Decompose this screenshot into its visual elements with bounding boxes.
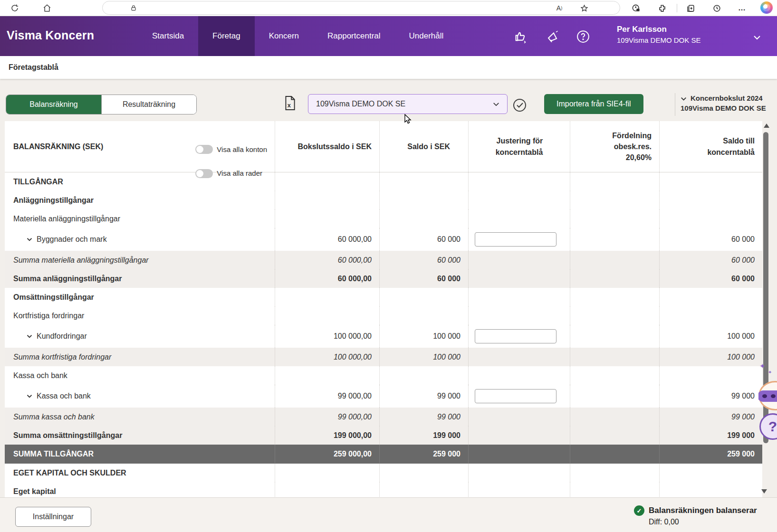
row-value-cell: 100 000 bbox=[659, 348, 762, 366]
col-header-saldo-till: Saldo till koncerntablå bbox=[659, 121, 762, 172]
announcements-icon[interactable] bbox=[545, 28, 561, 45]
toggle-visa-alla-rader[interactable] bbox=[195, 169, 213, 178]
row-label[interactable]: Kassa och bank bbox=[5, 392, 275, 400]
adjustment-input[interactable] bbox=[475, 389, 556, 403]
copilot-icon[interactable] bbox=[760, 1, 773, 14]
help-question-icon: ? bbox=[759, 413, 777, 440]
breadcrumb-bar: Företagstablå bbox=[0, 56, 777, 79]
row-value-cell bbox=[379, 464, 468, 482]
nav-item-4[interactable]: Underhåll bbox=[395, 16, 458, 56]
balance-diff: Diff: 0,00 bbox=[649, 518, 757, 526]
row-value-cell bbox=[275, 172, 379, 191]
company-select-value: 109Visma DEMO DOK SE bbox=[316, 100, 405, 108]
row-value-cell bbox=[570, 366, 659, 385]
table-row: Summa anläggningstillgångar60 000,0060 0… bbox=[5, 269, 762, 288]
row-value-cell bbox=[379, 172, 468, 191]
row-label-text: EGET KAPITAL OCH SKULDER bbox=[13, 469, 126, 477]
scrollbar-down-arrow[interactable] bbox=[761, 489, 767, 494]
row-value-cell bbox=[570, 306, 659, 325]
home-icon[interactable] bbox=[41, 2, 53, 14]
nav-item-2[interactable]: Koncern bbox=[255, 16, 313, 56]
row-value-cell bbox=[468, 288, 570, 306]
nav-item-0[interactable]: Startsida bbox=[138, 16, 198, 56]
row-label: Materiella anläggningstillgångar bbox=[5, 215, 275, 223]
toggle-label: Visa alla konton bbox=[217, 144, 267, 155]
help-icon[interactable] bbox=[575, 28, 591, 45]
robot-eye-icon bbox=[762, 394, 767, 398]
row-value-cell bbox=[468, 348, 570, 366]
tab-balansrakning[interactable]: Balansräkning bbox=[6, 95, 101, 114]
row-value-cell bbox=[570, 385, 659, 408]
sparkle-icon: ✦ bbox=[759, 362, 766, 370]
feedback-thumbs-icon[interactable] bbox=[512, 28, 528, 45]
assistant-widget[interactable]: ✦ ✦ ? bbox=[758, 362, 777, 440]
address-bar[interactable]: A) bbox=[102, 1, 620, 15]
balance-sheet-table: BALANSRÄKNING (SEK) Visa alla konton Vis… bbox=[5, 121, 762, 501]
row-value-cell: 60 000 bbox=[379, 228, 468, 251]
row-label-text: Summa omsättningstillgångar bbox=[13, 431, 122, 440]
table-row: TILLGÅNGAR bbox=[5, 172, 762, 191]
col-header-justering: Justering för koncerntablå bbox=[468, 121, 570, 172]
row-value-cell bbox=[570, 426, 659, 445]
row-label: Summa materiella anläggningstillgångar bbox=[5, 256, 275, 265]
row-value-cell bbox=[468, 325, 570, 348]
row-label[interactable]: Byggnader och mark bbox=[5, 235, 275, 244]
row-value-cell bbox=[468, 366, 570, 385]
import-sie4-button[interactable]: Importera från SIE4-fil bbox=[544, 94, 643, 114]
row-value-cell: 99 000,00 bbox=[275, 408, 379, 426]
company-select[interactable]: 109Visma DEMO DOK SE bbox=[308, 94, 508, 114]
table-row: Summa kortfristiga fordringar100 000,001… bbox=[5, 348, 762, 366]
tab-resultatrakning[interactable]: Resultaträkning bbox=[101, 95, 196, 114]
adjustment-input[interactable] bbox=[475, 329, 556, 343]
row-value-cell bbox=[275, 464, 379, 482]
row-value-cell: 99 000 bbox=[659, 385, 762, 408]
tracking-prevention-icon[interactable] bbox=[630, 2, 642, 14]
user-menu[interactable]: Per Karlsson 109Visma DEMO DOK SE bbox=[617, 25, 740, 44]
nav-item-1[interactable]: Företag bbox=[198, 16, 255, 56]
toggle-visa-alla-konton[interactable] bbox=[195, 145, 213, 154]
row-label[interactable]: Kundfordringar bbox=[5, 332, 275, 341]
history-icon[interactable] bbox=[710, 2, 723, 14]
row-label: SUMMA TILLGÅNGAR bbox=[5, 450, 275, 458]
settings-button[interactable]: Inställningar bbox=[15, 507, 91, 527]
row-value-cell: 199 000 bbox=[379, 426, 468, 445]
extensions-icon[interactable] bbox=[656, 2, 668, 14]
more-icon[interactable]: … bbox=[736, 2, 748, 14]
row-value-cell bbox=[468, 172, 570, 191]
row-value-cell bbox=[570, 325, 659, 348]
row-value-cell bbox=[468, 191, 570, 209]
browser-toolbar: A) … bbox=[0, 0, 777, 16]
balance-status: ✓ Balansräkningen balanserar Diff: 0,00 bbox=[634, 505, 757, 526]
row-label-text: TILLGÅNGAR bbox=[13, 178, 63, 186]
app-brand: Visma Koncern bbox=[7, 28, 94, 42]
col-header-saldo: Saldo i SEK bbox=[379, 121, 468, 172]
row-value-cell: 259 000 bbox=[379, 445, 468, 464]
row-value-cell bbox=[379, 288, 468, 306]
nav-item-3[interactable]: Rapportcentral bbox=[313, 16, 395, 56]
row-value-cell bbox=[570, 464, 659, 482]
row-value-cell: 199 000,00 bbox=[275, 426, 379, 445]
favorite-star-icon[interactable] bbox=[578, 2, 590, 14]
toolbar-separator bbox=[675, 93, 675, 116]
collections-icon[interactable] bbox=[684, 2, 697, 14]
export-excel-icon[interactable]: x bbox=[284, 96, 296, 112]
balance-status-text: Balansräkningen balanserar bbox=[649, 506, 757, 515]
row-value-cell: 60 000 bbox=[659, 251, 762, 269]
adjustment-input[interactable] bbox=[475, 232, 556, 247]
scrollbar-up-arrow[interactable] bbox=[764, 124, 769, 128]
app-navbar: Visma Koncern StartsidaFöretagKoncernRap… bbox=[0, 16, 777, 56]
table-body: TILLGÅNGARAnläggningstillgångarMateriell… bbox=[5, 172, 762, 501]
refresh-icon[interactable] bbox=[9, 2, 21, 14]
period-selector[interactable]: Koncernbokslut 2024 109Visma DEMO DOK SE bbox=[681, 94, 776, 112]
row-value-cell bbox=[275, 191, 379, 209]
row-value-cell: 60 000,00 bbox=[275, 251, 379, 269]
user-name: Per Karlsson bbox=[617, 25, 740, 34]
status-check-icon bbox=[513, 99, 526, 112]
row-label-text: Summa materiella anläggningstillgångar bbox=[13, 256, 149, 265]
row-value-cell: 99 000,00 bbox=[275, 385, 379, 408]
period-company: 109Visma DEMO DOK SE bbox=[681, 104, 776, 112]
sparkle-icon: ✦ bbox=[768, 370, 772, 375]
row-value-cell bbox=[468, 228, 570, 251]
read-aloud-icon[interactable]: A) bbox=[553, 2, 566, 14]
user-menu-chevron-icon[interactable] bbox=[753, 33, 761, 42]
